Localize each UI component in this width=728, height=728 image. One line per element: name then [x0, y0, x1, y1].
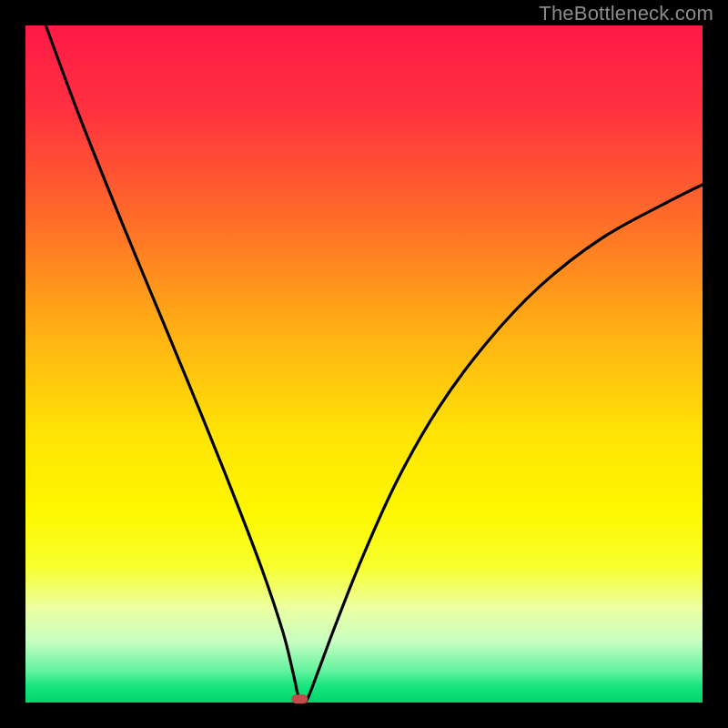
- optimal-marker: [291, 694, 308, 703]
- chart-canvas: [0, 0, 728, 728]
- bottleneck-chart: TheBottleneck.com: [0, 0, 728, 728]
- svg-rect-0: [25, 25, 703, 703]
- watermark-text: TheBottleneck.com: [539, 2, 713, 25]
